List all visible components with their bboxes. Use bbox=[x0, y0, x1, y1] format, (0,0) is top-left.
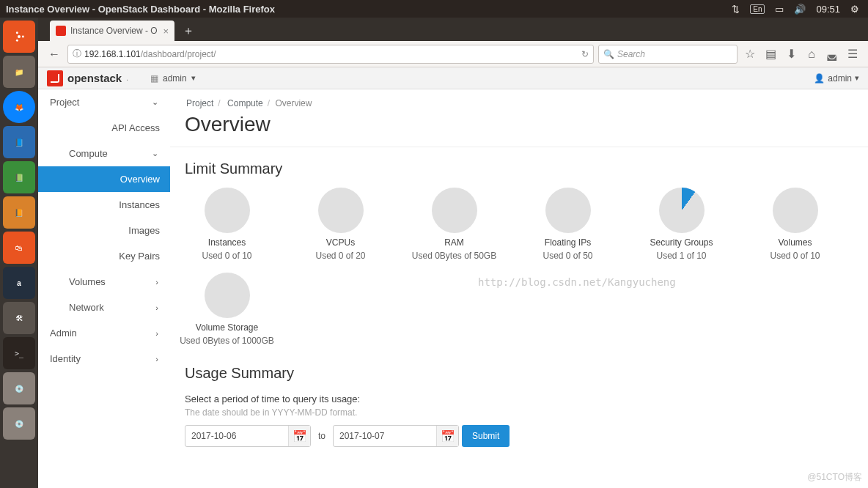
limit-name: Security Groups bbox=[625, 237, 738, 248]
sidebar-item-instances[interactable]: Instances bbox=[38, 192, 170, 218]
home-icon[interactable]: ⌂ bbox=[803, 46, 820, 62]
chevron-down-icon: ⌄ bbox=[152, 97, 158, 107]
calc-icon[interactable]: 📗 bbox=[3, 161, 35, 193]
sidebar-label: API Access bbox=[111, 122, 160, 133]
svg-point-0 bbox=[18, 35, 21, 38]
chevron-right-icon: › bbox=[155, 355, 158, 363]
sidebar-item-images[interactable]: Images bbox=[38, 218, 170, 243]
sidebar-label: Instances bbox=[119, 199, 160, 210]
firefox-icon[interactable]: 🦊 bbox=[3, 91, 35, 123]
calendar-icon[interactable]: 📅 bbox=[288, 426, 310, 446]
usage-prompt: Select a period of time to query its usa… bbox=[170, 383, 868, 404]
software-center-icon[interactable]: 🛍 bbox=[3, 232, 35, 264]
network-icon[interactable]: ⇅ bbox=[732, 4, 740, 15]
sidebar-item-api-access[interactable]: API Access bbox=[38, 115, 170, 141]
clock[interactable]: 09:51 bbox=[816, 4, 840, 15]
sidebar-item-admin[interactable]: Admin › bbox=[38, 320, 170, 346]
pocket-icon[interactable]: ◛ bbox=[824, 46, 840, 62]
tab-close-icon[interactable]: × bbox=[163, 26, 169, 37]
sidebar-label: Compute bbox=[69, 148, 108, 159]
sidebar-label: Images bbox=[128, 225, 160, 236]
limit-pie bbox=[545, 188, 591, 233]
date-to-input[interactable] bbox=[334, 431, 436, 441]
limit-card: Floating IPsUsed 0 of 50 bbox=[511, 182, 625, 267]
downloads-icon[interactable]: ⬇ bbox=[783, 46, 799, 62]
limit-card: RAMUsed 0Bytes of 50GB bbox=[397, 182, 511, 267]
usage-summary-heading: Usage Summary bbox=[170, 352, 868, 383]
bookmarks-list-icon[interactable]: ▤ bbox=[762, 46, 779, 62]
disk1-icon[interactable]: 💿 bbox=[3, 372, 35, 404]
openstack-logo[interactable]: openstack. bbox=[47, 70, 128, 86]
limit-name: VCPUs bbox=[284, 237, 397, 248]
amazon-icon[interactable]: a bbox=[3, 267, 35, 299]
limit-usage: Used 0 of 10 bbox=[738, 251, 852, 261]
limit-pie bbox=[659, 188, 705, 233]
sidebar-item-compute[interactable]: Compute ⌄ bbox=[38, 141, 170, 166]
impress-icon[interactable]: 📙 bbox=[3, 196, 35, 229]
site-info-icon[interactable]: ⓘ bbox=[73, 48, 81, 60]
project-dropdown[interactable]: ▦ admin ▾ bbox=[150, 73, 196, 84]
reload-icon[interactable]: ↻ bbox=[581, 49, 589, 59]
bookmark-star-icon[interactable]: ☆ bbox=[742, 46, 758, 62]
chevron-right-icon: › bbox=[155, 278, 158, 286]
search-bar[interactable]: 🔍 bbox=[598, 45, 738, 64]
svg-point-2 bbox=[16, 32, 18, 34]
firefox-toolbar: ← ⓘ 192.168.1.101/dashboard/project/ ↻ 🔍… bbox=[38, 41, 868, 67]
breadcrumb: Project/ Compute/ Overview bbox=[170, 89, 868, 111]
limit-card: Security GroupsUsed 1 of 10 bbox=[625, 182, 738, 267]
sidebar-label: Volumes bbox=[69, 276, 106, 287]
sidebar-item-project[interactable]: Project ⌄ bbox=[38, 89, 170, 115]
submit-button[interactable]: Submit bbox=[462, 425, 510, 447]
limit-summary-grid: InstancesUsed 0 of 10VCPUsUsed 0 of 20RA… bbox=[170, 179, 868, 352]
tab-favicon bbox=[56, 26, 66, 36]
limit-usage: Used 1 of 10 bbox=[625, 251, 738, 261]
main-content: Project/ Compute/ Overview Overview Limi… bbox=[170, 89, 868, 488]
back-button[interactable]: ← bbox=[45, 45, 63, 63]
limit-name: Floating IPs bbox=[511, 237, 625, 248]
crumb-compute[interactable]: Compute bbox=[227, 98, 263, 108]
dash-icon[interactable] bbox=[3, 21, 35, 53]
disk2-icon[interactable]: 💿 bbox=[3, 407, 35, 440]
calendar-icon[interactable]: 📅 bbox=[436, 426, 458, 446]
crumb-project[interactable]: Project bbox=[186, 98, 213, 108]
search-input[interactable] bbox=[617, 49, 732, 59]
limit-usage: Used 0 of 20 bbox=[284, 251, 397, 261]
limit-name: RAM bbox=[397, 237, 511, 248]
firefox-tabstrip: Instance Overview - O × ＋ bbox=[38, 18, 868, 41]
chevron-down-icon: ▾ bbox=[855, 73, 859, 83]
settings-icon[interactable]: 🛠 bbox=[3, 302, 35, 334]
language-indicator[interactable]: En bbox=[750, 4, 765, 14]
hamburger-icon[interactable]: ☰ bbox=[845, 46, 861, 62]
files-icon[interactable]: 📁 bbox=[3, 56, 35, 88]
limit-usage: Used 0Bytes of 50GB bbox=[397, 251, 511, 261]
writer-icon[interactable]: 📘 bbox=[3, 126, 35, 158]
new-tab-button[interactable]: ＋ bbox=[179, 23, 198, 39]
limit-pie bbox=[432, 188, 477, 233]
terminal-icon[interactable]: >_ bbox=[3, 337, 35, 369]
sidebar-item-volumes[interactable]: Volumes › bbox=[38, 269, 170, 295]
dashboard-body: Project ⌄ API Access Compute ⌄ Overview … bbox=[38, 89, 868, 488]
limit-name: Volumes bbox=[738, 237, 852, 248]
date-from-input[interactable] bbox=[185, 431, 288, 441]
usage-hint: The date should be in YYYY-MM-DD format. bbox=[170, 404, 868, 425]
battery-icon[interactable]: ▭ bbox=[775, 4, 784, 15]
settings-gear-icon[interactable]: ⚙ bbox=[850, 4, 859, 15]
limit-name: Volume Storage bbox=[170, 322, 284, 333]
sidebar-label: Admin bbox=[50, 328, 77, 339]
sidebar-item-identity[interactable]: Identity › bbox=[38, 346, 170, 371]
limit-usage: Used 0 of 50 bbox=[511, 251, 625, 261]
corner-watermark: @51CTO博客 bbox=[807, 471, 862, 484]
sidebar-item-network[interactable]: Network › bbox=[38, 295, 170, 320]
sidebar-item-key-pairs[interactable]: Key Pairs bbox=[38, 243, 170, 269]
sound-icon[interactable]: 🔊 bbox=[794, 4, 806, 15]
usage-query-form: 📅 to 📅 Submit bbox=[170, 425, 868, 462]
address-bar[interactable]: ⓘ 192.168.1.101/dashboard/project/ ↻ bbox=[67, 45, 594, 64]
sidebar-item-overview[interactable]: Overview bbox=[38, 166, 170, 192]
user-dropdown[interactable]: 👤 admin ▾ bbox=[814, 73, 859, 84]
unity-launcher: 📁 🦊 📘 📗 📙 🛍 a 🛠 >_ 💿 💿 bbox=[0, 18, 38, 488]
limit-card: VCPUsUsed 0 of 20 bbox=[284, 182, 397, 267]
limit-usage: Used 0 of 10 bbox=[170, 251, 284, 261]
browser-tab[interactable]: Instance Overview - O × bbox=[50, 21, 174, 41]
limit-summary-heading: Limit Summary bbox=[170, 147, 868, 179]
grid-icon: ▦ bbox=[150, 73, 158, 84]
